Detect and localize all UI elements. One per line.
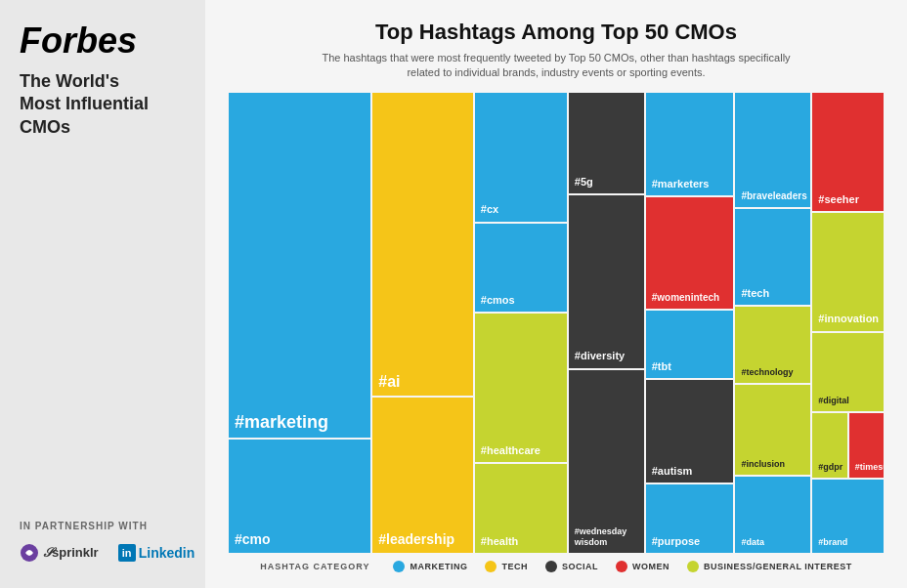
cell-inclusion: #inclusion (735, 385, 810, 476)
col-4: #5g #diversity #wednesdaywisdom (569, 93, 644, 553)
cell-womenintech: #womenintech (646, 197, 734, 309)
cell-technology-label: #technology (741, 367, 806, 378)
col-3: #cx #cmos #healthcare #health (475, 93, 567, 553)
cell-data-label: #data (741, 537, 806, 548)
cell-braveleaders: #braveleaders (735, 93, 810, 208)
main-content: Top Hashtags Among Top 50 CMOs The hasht… (205, 0, 907, 588)
cell-5g: #5g (569, 93, 644, 193)
sidebar-top: Forbes The World's Most Influential CMOs (20, 23, 186, 139)
legend-women: Women (616, 561, 669, 572)
cell-cx-label: #cx (481, 203, 563, 216)
cell-tbt: #tbt (646, 311, 734, 379)
forbes-logo: Forbes (20, 23, 186, 59)
sidebar-title: The World's Most Influential CMOs (20, 70, 186, 139)
cell-wednesday-wisdom-label: #wednesdaywisdom (575, 526, 640, 548)
partners: 𝒮sprinklr in Linkedin (20, 541, 186, 565)
cell-cmo-label: #cmo (235, 531, 367, 548)
cell-wednesday-wisdom: #wednesdaywisdom (569, 370, 644, 553)
legend-label-marketing: Marketing (410, 562, 467, 571)
legend-tech: Tech (485, 561, 528, 572)
legend-dot-social (545, 561, 557, 572)
cell-gdpr: #gdpr (812, 413, 846, 479)
chart-subtitle: The hashtags that were most frequently t… (312, 51, 800, 81)
col-5: #marketers #womenintech #tbt #autism #pu… (646, 93, 734, 553)
cell-tbt-label: #tbt (652, 360, 730, 373)
cell-ai: #ai (372, 93, 473, 396)
cell-cmos: #cmos (475, 224, 567, 313)
cell-innovation-label: #innovation (818, 313, 880, 325)
cell-digital: #digital (812, 333, 884, 411)
sidebar-bottom: In Partnership With 𝒮sprinklr in Linkedi… (20, 521, 186, 565)
cell-purpose-label: #purpose (652, 535, 730, 548)
cell-cmo: #cmo (229, 440, 370, 553)
legend-business: Business/General Interest (687, 561, 852, 572)
legend: Hashtag Category Marketing Tech SOciAL W… (229, 561, 884, 572)
cell-marketing-label: #marketing (235, 412, 367, 434)
cell-healthcare-label: #healthcare (481, 444, 563, 457)
cell-ai-label: #ai (378, 372, 469, 391)
sprinklr-icon (20, 543, 39, 563)
col-1: #marketing #cmo (229, 93, 370, 553)
sprinklr-logo: 𝒮sprinklr (20, 543, 99, 563)
cell-marketing: #marketing (229, 93, 370, 438)
linkedin-logo: in Linkedin (118, 544, 195, 562)
partnership-label: In Partnership With (20, 521, 186, 531)
sprinklr-name: 𝒮sprinklr (43, 545, 99, 561)
cell-data: #data (735, 477, 810, 553)
chart-title: Top Hashtags Among Top 50 CMOs (229, 20, 884, 45)
cell-brand-label: #brand (818, 537, 880, 548)
cell-leadership: #leadership (372, 398, 473, 553)
cell-digital-label: #digital (818, 396, 880, 406)
cell-gdpr-label: #gdpr (818, 462, 842, 473)
treemap-container: #marketing #cmo #ai #leadership #cx (229, 93, 884, 572)
legend-label-business: Business/General Interest (704, 562, 852, 571)
cell-seeher-label: #seeher (818, 193, 880, 206)
legend-social: SOciAL (545, 561, 598, 572)
legend-dot-tech (485, 561, 497, 572)
linkedin-box: in (118, 544, 136, 562)
legend-marketing: Marketing (393, 561, 467, 572)
cell-autism-label: #autism (652, 465, 730, 478)
cell-leadership-label: #leadership (378, 531, 469, 548)
cell-cx: #cx (475, 93, 567, 222)
cell-autism: #autism (646, 380, 734, 483)
legend-dot-marketing (393, 561, 405, 572)
cell-healthcare: #healthcare (475, 314, 567, 462)
cell-diversity-label: #diversity (575, 350, 640, 362)
linkedin-name: Linkedin (139, 545, 195, 561)
cell-marketers-label: #marketers (652, 178, 730, 190)
cell-timesup-label: #timesup (855, 462, 880, 473)
cell-purpose: #purpose (646, 484, 734, 553)
legend-title: Hashtag Category (260, 562, 369, 571)
cell-seeher: #seeher (812, 93, 884, 211)
legend-label-women: Women (632, 562, 669, 571)
treemap: #marketing #cmo #ai #leadership #cx (229, 93, 884, 553)
col-7: #seeher #innovation #digital #gdpr #time… (812, 93, 884, 553)
cell-technology: #technology (735, 307, 810, 383)
cell-cmos-label: #cmos (481, 294, 563, 307)
cell-timesup: #timesup (849, 413, 884, 479)
cell-tech: #tech (735, 209, 810, 305)
legend-label-social: SOciAL (562, 562, 598, 571)
cell-health: #health (475, 464, 567, 553)
legend-label-tech: Tech (501, 562, 528, 571)
cell-tech-label: #tech (741, 287, 806, 300)
cell-womenintech-label: #womenintech (652, 292, 730, 304)
cell-marketers: #marketers (646, 93, 734, 195)
legend-dot-business (687, 561, 699, 572)
cell-health-label: #health (481, 535, 563, 548)
legend-dot-women (616, 561, 627, 572)
col-6: #braveleaders #tech #technology #inclusi… (735, 93, 810, 553)
cell-braveleaders-label: #braveleaders (741, 190, 806, 202)
cell-diversity: #diversity (569, 195, 644, 368)
cell-innovation: #innovation (812, 213, 884, 331)
cell-inclusion-label: #inclusion (741, 459, 806, 470)
cell-5g-label: #5g (575, 176, 640, 189)
cell-brand: #brand (812, 480, 884, 553)
sidebar: Forbes The World's Most Influential CMOs… (0, 0, 205, 588)
col-2: #ai #leadership (372, 93, 473, 553)
